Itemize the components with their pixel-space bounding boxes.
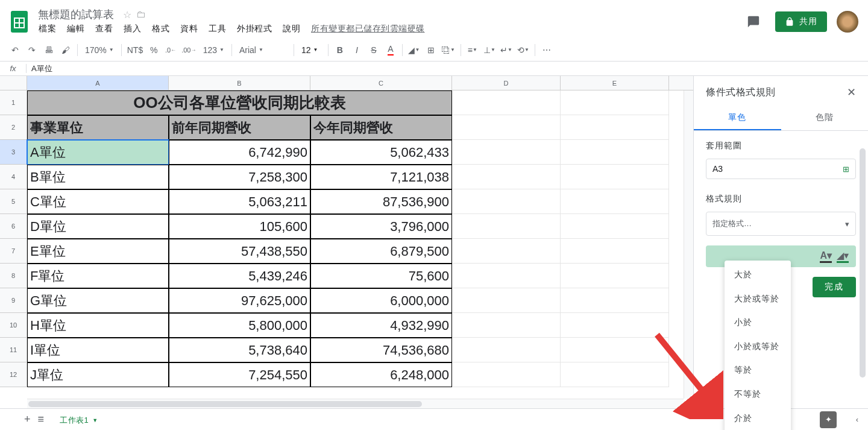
option-not-equal[interactable]: 不等於 (725, 382, 791, 406)
star-icon[interactable]: ☆ (123, 9, 131, 21)
cell-e12[interactable] (561, 362, 669, 387)
print-button[interactable]: 🖶 (41, 42, 57, 58)
cell-b3[interactable]: 6,742,990 (169, 140, 310, 165)
tab-color-scale[interactable]: 色階 (781, 106, 869, 130)
menu-format[interactable]: 格式 (147, 21, 174, 37)
share-button[interactable]: 共用 (775, 11, 827, 32)
h-align-button[interactable]: ≡▼ (465, 42, 480, 58)
menu-data[interactable]: 資料 (175, 21, 203, 37)
row-header-6[interactable]: 6 (0, 214, 27, 239)
user-avatar[interactable] (837, 11, 858, 33)
cell-a3[interactable]: A單位 (27, 140, 169, 165)
cell-e5[interactable] (561, 189, 669, 214)
row-header-7[interactable]: 7 (0, 239, 27, 264)
menu-addons[interactable]: 外掛程式 (232, 21, 277, 37)
column-header-E[interactable]: E (561, 76, 669, 90)
cell-a12[interactable]: J單位 (27, 362, 169, 387)
increase-decimal-button[interactable]: .00→ (180, 42, 198, 58)
cell-d12[interactable] (452, 362, 561, 387)
menu-help[interactable]: 說明 (278, 21, 305, 37)
cell-a5[interactable]: C單位 (27, 189, 169, 214)
row-header-5[interactable]: 5 (0, 189, 27, 214)
cell-e3[interactable] (561, 140, 669, 165)
cell-e4[interactable] (561, 165, 669, 189)
cell-d5[interactable] (452, 189, 561, 214)
cell-d4[interactable] (452, 165, 561, 189)
explore-button[interactable]: ✦ (820, 411, 837, 428)
rule-type-dropdown[interactable]: 指定格式… ▾ (706, 212, 856, 236)
cell-d9[interactable] (452, 288, 561, 313)
text-color-button[interactable]: A (383, 42, 398, 58)
cell-c12[interactable]: 6,248,000 (310, 362, 452, 387)
all-sheets-button[interactable]: ≡ (38, 413, 45, 426)
panel-scrollbar[interactable] (860, 148, 866, 378)
cell-a7[interactable]: E單位 (27, 239, 169, 264)
option-between[interactable]: 介於 (725, 406, 791, 430)
cell-e6[interactable] (561, 214, 669, 239)
cell-c3[interactable]: 5,062,433 (310, 140, 452, 165)
number-format-dropdown[interactable]: 123▼ (200, 42, 228, 58)
cell-c7[interactable]: 6,879,500 (310, 239, 452, 264)
percent-button[interactable]: % (146, 42, 162, 58)
cell-b5[interactable]: 5,063,211 (169, 189, 310, 214)
column-header-C[interactable]: C (310, 76, 452, 90)
collapse-panel-button[interactable]: ‹ (856, 415, 858, 424)
cell-a9[interactable]: G單位 (27, 288, 169, 313)
cell-c11[interactable]: 74,536,680 (310, 338, 452, 362)
cell-b9[interactable]: 97,625,000 (169, 288, 310, 313)
zoom-dropdown[interactable]: 170%▼ (81, 42, 118, 58)
cell-b12[interactable]: 7,254,550 (169, 362, 310, 387)
cell-d3[interactable] (452, 140, 561, 165)
font-size-dropdown[interactable]: 12▼ (298, 42, 324, 58)
vertical-scrollbar[interactable] (684, 90, 693, 399)
cell-c8[interactable]: 75,600 (310, 264, 452, 288)
rotate-button[interactable]: ⟲▼ (515, 42, 531, 58)
cell-a6[interactable]: D單位 (27, 214, 169, 239)
chevron-down-icon[interactable]: ▼ (92, 417, 98, 423)
cell-c10[interactable]: 4,932,990 (310, 313, 452, 338)
spreadsheet-grid[interactable]: ABCDE 1OO公司各單位營收同期比較表2事業單位前年同期營收今年同期營收3A… (0, 76, 693, 408)
horizontal-scrollbar[interactable] (27, 399, 684, 408)
tab-single-color[interactable]: 單色 (694, 106, 781, 130)
cell-a8[interactable]: F單位 (27, 264, 169, 288)
menu-insert[interactable]: 插入 (119, 21, 146, 37)
fill-color-icon[interactable]: ◢▾ (837, 250, 849, 263)
cell-e10[interactable] (561, 313, 669, 338)
option-greater-equal[interactable]: 大於或等於 (725, 287, 791, 311)
redo-button[interactable]: ↷ (24, 42, 40, 58)
cell-e8[interactable] (561, 264, 669, 288)
menu-tools[interactable]: 工具 (204, 21, 231, 37)
cell-d10[interactable] (452, 313, 561, 338)
font-dropdown[interactable]: Arial▼ (236, 42, 290, 58)
menu-file[interactable]: 檔案 (34, 21, 61, 37)
cell-b6[interactable]: 105,600 (169, 214, 310, 239)
comments-button[interactable] (741, 10, 766, 34)
option-equal[interactable]: 等於 (725, 358, 791, 382)
cell-e2[interactable] (561, 115, 669, 140)
undo-button[interactable]: ↶ (7, 42, 23, 58)
bold-button[interactable]: B (332, 42, 348, 58)
cell-e9[interactable] (561, 288, 669, 313)
text-color-icon[interactable]: A▾ (820, 250, 832, 263)
row-header-11[interactable]: 11 (0, 338, 27, 362)
row-header-10[interactable]: 10 (0, 313, 27, 338)
header-prev[interactable]: 前年同期營收 (169, 115, 310, 140)
borders-button[interactable]: ⊞ (423, 42, 439, 58)
currency-button[interactable]: NT$ (125, 42, 145, 58)
row-header-2[interactable]: 2 (0, 115, 27, 140)
cell-a10[interactable]: H單位 (27, 313, 169, 338)
italic-button[interactable]: I (349, 42, 365, 58)
decrease-decimal-button[interactable]: .0← (163, 42, 178, 58)
formula-input[interactable]: A單位 (27, 63, 868, 74)
menu-view[interactable]: 查看 (90, 21, 118, 37)
cell-a11[interactable]: I單位 (27, 338, 169, 362)
cell-d6[interactable] (452, 214, 561, 239)
cell-d11[interactable] (452, 338, 561, 362)
column-header-D[interactable]: D (452, 76, 561, 90)
folder-icon[interactable]: 🗀 (136, 9, 146, 20)
cell-e7[interactable] (561, 239, 669, 264)
done-button[interactable]: 完成 (813, 277, 856, 297)
sheets-logo[interactable] (7, 10, 31, 34)
row-header-8[interactable]: 8 (0, 264, 27, 288)
cell-a4[interactable]: B單位 (27, 165, 169, 189)
